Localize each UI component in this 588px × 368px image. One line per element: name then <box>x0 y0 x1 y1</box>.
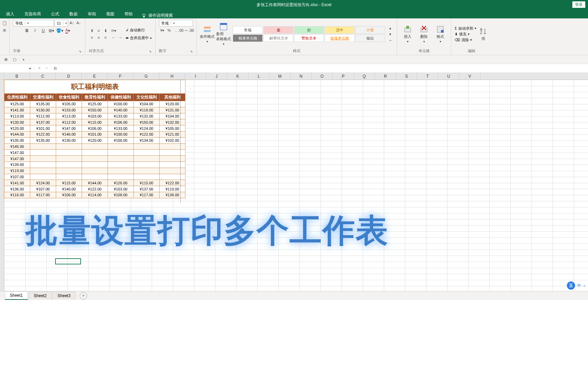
col-header-F[interactable]: F <box>108 73 133 79</box>
table-cell[interactable]: ¥133.00 <box>108 113 134 119</box>
table-cell[interactable] <box>134 162 160 168</box>
align-dialog-launcher[interactable]: ⬊ <box>149 50 152 53</box>
table-cell[interactable]: ¥125.00 <box>82 101 108 107</box>
table-cell[interactable]: ¥124.00 <box>30 180 56 186</box>
align-right-icon[interactable]: ≡ <box>102 34 109 41</box>
table-cell[interactable]: ¥115.00 <box>82 119 108 125</box>
align-center-icon[interactable]: ≡ <box>96 34 102 41</box>
col-header-C[interactable]: C <box>30 73 56 79</box>
col-header-L[interactable]: L <box>248 73 270 79</box>
table-cell[interactable] <box>134 174 160 180</box>
increase-indent-icon[interactable]: → <box>117 34 124 41</box>
table-cell[interactable] <box>134 156 160 162</box>
table-cell[interactable]: ¥113.00 <box>4 113 30 119</box>
table-cell[interactable] <box>30 168 56 174</box>
wrap-text-button[interactable]: ↲自动换行 <box>126 28 152 33</box>
fill-color-button[interactable]: 🪣▾ <box>56 27 63 34</box>
table-cell[interactable]: ¥124.00 <box>134 125 160 132</box>
col-header-H[interactable]: H <box>159 73 185 79</box>
table-cell[interactable] <box>160 168 185 174</box>
tab-review[interactable]: 审阅 <box>83 10 101 18</box>
table-cell[interactable] <box>56 143 82 150</box>
sheet-tab-2[interactable]: Sheet2 <box>29 292 52 300</box>
tab-insert[interactable]: 插入 <box>1 10 19 18</box>
name-box[interactable]: ▾ <box>0 67 34 70</box>
table-cell[interactable]: ¥119.00 <box>160 186 185 192</box>
styles-more[interactable]: ⎼ <box>387 37 393 43</box>
table-cell[interactable] <box>160 156 185 162</box>
number-format-combo[interactable]: 常规▾ <box>159 20 193 27</box>
table-cell[interactable]: ¥138.00 <box>160 192 185 198</box>
select-all-corner[interactable] <box>0 73 4 79</box>
table-cell[interactable]: ¥103.00 <box>82 113 108 119</box>
format-painter-button[interactable]: 刷 <box>2 27 8 33</box>
qat-customize[interactable]: ▾ <box>20 57 27 63</box>
style-cell[interactable]: 好 <box>294 26 324 34</box>
table-cell[interactable]: ¥114.00 <box>82 192 108 198</box>
table-cell[interactable]: ¥147.00 <box>56 125 82 132</box>
col-header-V[interactable]: V <box>459 73 480 79</box>
table-cell[interactable]: ¥150.00 <box>134 119 160 125</box>
style-cell[interactable]: 输出 <box>355 34 385 42</box>
table-cell[interactable]: ¥112.00 <box>56 119 82 125</box>
table-cell[interactable]: ¥105.00 <box>56 101 82 107</box>
table-cell[interactable]: ¥130.00 <box>4 119 30 125</box>
table-cell[interactable]: ¥117.00 <box>30 192 56 198</box>
table-cell[interactable]: ¥101.00 <box>30 125 56 132</box>
table-cell[interactable] <box>108 150 134 156</box>
sheet-tab-3[interactable]: Sheet3 <box>52 292 76 300</box>
col-header-I[interactable]: I <box>185 73 206 79</box>
table-cell[interactable]: ¥121.00 <box>160 131 185 137</box>
table-cell[interactable]: ¥150.00 <box>82 107 108 113</box>
table-cell[interactable]: ¥107.00 <box>4 174 30 180</box>
sheet-tab-1[interactable]: Sheet1 <box>5 291 28 300</box>
table-cell[interactable]: ¥130.00 <box>56 137 82 143</box>
table-cell[interactable] <box>82 168 108 174</box>
ime-badge-icon[interactable]: 王 <box>567 281 575 290</box>
table-cell[interactable] <box>82 174 108 180</box>
merge-center-button[interactable]: ⬌合并后居中▾ <box>126 35 152 41</box>
table-cell[interactable]: ¥130.00 <box>30 107 56 113</box>
table-cell[interactable]: ¥120.00 <box>160 101 185 107</box>
col-header-E[interactable]: E <box>82 73 108 79</box>
conditional-format-button[interactable]: 条件格式▾ <box>200 25 214 43</box>
table-cell[interactable]: ¥144.00 <box>82 180 108 186</box>
sort-filter-button[interactable]: AZ排 <box>478 27 489 41</box>
table-cell[interactable] <box>160 174 185 180</box>
table-cell[interactable]: ¥140.00 <box>56 186 82 192</box>
paste-button[interactable]: 📋 <box>1 20 9 27</box>
col-header-M[interactable]: M <box>270 73 291 79</box>
table-cell[interactable]: ¥147.00 <box>4 156 30 162</box>
col-header-G[interactable]: G <box>133 73 159 79</box>
table-cell[interactable] <box>30 162 56 168</box>
style-cell[interactable]: 适中 <box>325 26 355 34</box>
table-cell[interactable] <box>134 143 160 150</box>
worksheet-grid[interactable]: 职工福利明细表 住房性福利交通性福利饮食性福利教育性福利保健性福利文化性福利其他… <box>0 80 588 291</box>
table-cell[interactable]: ¥115.00 <box>134 180 160 186</box>
table-cell[interactable]: ¥146.00 <box>56 131 82 137</box>
table-cell[interactable]: ¥135.00 <box>30 137 56 143</box>
table-cell[interactable] <box>108 143 134 150</box>
table-cell[interactable]: ¥132.00 <box>160 119 185 125</box>
cancel-icon[interactable]: ✕ <box>36 65 42 72</box>
table-cell[interactable]: ¥122.00 <box>160 180 185 186</box>
align-left-icon[interactable]: ≡ <box>89 34 95 41</box>
ime-language[interactable]: 中 <box>577 283 581 289</box>
table-cell[interactable] <box>30 174 56 180</box>
table-cell[interactable] <box>56 168 82 174</box>
italic-button[interactable]: I <box>31 27 39 34</box>
percent-icon[interactable]: % <box>166 27 172 33</box>
table-cell[interactable] <box>82 162 108 168</box>
qat-button-1[interactable]: ⊞ <box>3 57 9 63</box>
login-button[interactable]: 登录 <box>572 1 585 8</box>
table-cell[interactable]: ¥122.00 <box>134 131 160 137</box>
delete-cells-button[interactable]: 删除▾ <box>417 25 431 43</box>
table-cell[interactable]: ¥133.00 <box>56 107 82 113</box>
table-cell[interactable]: ¥131.00 <box>160 107 185 113</box>
fx-icon[interactable]: fx <box>52 66 59 71</box>
table-cell[interactable]: ¥137.00 <box>134 186 160 192</box>
table-cell[interactable]: ¥115.00 <box>56 180 82 186</box>
align-bottom-icon[interactable]: ⬇ <box>102 28 109 34</box>
table-cell[interactable]: ¥141.00 <box>4 107 30 113</box>
table-cell[interactable]: ¥118.00 <box>134 107 160 113</box>
